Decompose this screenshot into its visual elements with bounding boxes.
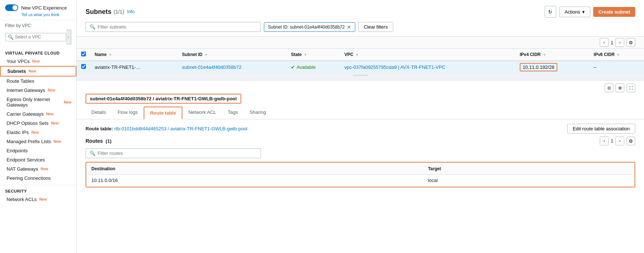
table-row[interactable]: aviatrix-TR-FNET1-… subnet-01e4a4f40d035… (77, 61, 644, 73)
filter-tag-text: Subnet ID: subnet-01e4a4f40d0358b72 (268, 25, 345, 30)
routes-page-number: 1 (611, 138, 613, 144)
tab-sharing[interactable]: Sharing (244, 107, 272, 119)
page-number: 1 (611, 40, 613, 45)
create-subnet-button[interactable]: Create subnet (593, 7, 635, 17)
routes-title-count: Routes (1) (86, 138, 111, 144)
sidebar-item-internet-gateways[interactable]: Internet Gateways New (0, 86, 76, 95)
row-ipv4-cidr: 10.11.0.192/28 (515, 61, 589, 73)
clear-filters-button[interactable]: Clear filters (358, 22, 393, 32)
sidebar-item-route-tables[interactable]: Route Tables (0, 77, 76, 86)
row-vpc: vpc-037fa09255795cda9 | AVX-TR-FNET1-VPC (340, 61, 515, 73)
col-vpc: VPC ▾ (340, 49, 515, 61)
sidebar-item-endpoint-services[interactable]: Endpoint Services (0, 155, 76, 164)
table-pagination-row: ‹ 1 › ⚙ (77, 37, 644, 49)
row-name: aviatrix-TR-FNET1-… (90, 61, 178, 73)
routes-pagination: ‹ 1 › ⚙ (600, 137, 635, 145)
nat-gateways-label: NAT Gateways (7, 166, 38, 172)
filter-tag-close-icon[interactable]: ✕ (347, 24, 351, 30)
routes-col-target: Target (424, 163, 634, 175)
row-checkbox-cell (77, 61, 90, 73)
tab-tags[interactable]: Tags (222, 107, 243, 119)
elastic-ips-badge: New (31, 130, 39, 134)
routes-subsection: Routes (1) ‹ 1 › ⚙ 🔍 (86, 137, 635, 187)
sidebar-item-nat-gateways[interactable]: NAT Gateways New (0, 164, 76, 174)
table-settings-button[interactable]: ⚙ (626, 38, 635, 47)
routes-next-page[interactable]: › (615, 137, 624, 145)
sidebar-item-managed-prefix[interactable]: Managed Prefix Lists New (0, 137, 76, 146)
next-page-button[interactable]: › (615, 38, 624, 47)
routes-filter-input[interactable] (98, 150, 257, 156)
detail-expand-button[interactable]: ⛶ (626, 83, 635, 92)
sidebar-item-elastic-ips[interactable]: Elastic IPs New (0, 128, 76, 137)
tab-route-table[interactable]: Route table (144, 107, 183, 119)
detail-subtitle-row: subnet-01e4a4f40d0358b72 / aviatrix-TR-F… (77, 94, 644, 107)
sidebar-collapse-button[interactable]: ‹ (66, 30, 71, 44)
row-checkbox[interactable] (81, 64, 86, 69)
tab-details[interactable]: Details (86, 107, 112, 119)
tab-bar: Details Flow logs Route table Network AC… (77, 107, 644, 119)
detail-minimize-button[interactable]: ⊟ (605, 83, 613, 92)
sidebar-item-your-vpcs[interactable]: Your VPCs New (0, 57, 76, 66)
select-all-header (77, 49, 90, 61)
page-title: Subnets (86, 8, 111, 16)
sidebar-item-egress-gateways[interactable]: Egress Only Internet Gateways New (0, 95, 76, 109)
info-link[interactable]: Info (127, 9, 135, 14)
subnets-badge: New (29, 69, 36, 73)
subnet-id-link[interactable]: subnet-01e4a4f40d0358b72 (182, 64, 242, 70)
search-icon: 🔍 (90, 24, 95, 30)
panel-header: Subnets (1/1) Info ↻ Actions ▾ Create su… (86, 6, 635, 18)
sidebar-item-network-acls[interactable]: Network ACLs New (0, 195, 76, 204)
sidebar-item-subnets[interactable]: Subnets New (0, 66, 76, 77)
panel-title-row: Subnets (1/1) Info (86, 8, 135, 16)
resize-handle[interactable] (353, 75, 368, 76)
resize-handle-area (77, 73, 644, 77)
sidebar-item-endpoints[interactable]: Endpoints (0, 146, 76, 155)
internet-gateways-label: Internet Gateways (7, 88, 45, 93)
sidebar-title: New VPC Experience (21, 5, 67, 11)
endpoints-label: Endpoints (7, 148, 28, 153)
routes-prev-page[interactable]: ‹ (600, 137, 609, 145)
route-target: local (424, 175, 634, 187)
routes-settings-button[interactable]: ⚙ (626, 137, 635, 145)
tab-network-acl[interactable]: Network ACL (182, 107, 222, 119)
col-subnet-id: Subnet ID ▾ (178, 49, 287, 61)
routes-header-row: Destination Target (87, 163, 634, 175)
main-content: Subnets (1/1) Info ↻ Actions ▾ Create su… (77, 0, 644, 253)
subnets-table-wrap: Name ▾ Subnet ID ▾ State ▾ VPC ▾ IPv4 CI… (77, 49, 644, 73)
your-vpcs-label: Your VPCs (7, 59, 30, 64)
vpc-link[interactable]: vpc-037fa09255795cda9 | AVX-TR-FNET1-VPC (344, 64, 445, 70)
col-state: State ▾ (287, 49, 340, 61)
vpc-experience-toggle[interactable] (5, 4, 18, 11)
refresh-icon: ↻ (548, 9, 552, 15)
detail-toolbar: ⊟ ⊞ ⛶ (77, 81, 644, 94)
routes-filter-box: 🔍 (86, 148, 261, 158)
refresh-button[interactable]: ↻ (545, 6, 556, 18)
row-state: ✔ Available (287, 61, 340, 73)
carrier-gateways-label: Carrier Gateways (7, 111, 43, 117)
route-table-link[interactable]: rtb-0101bdd844d465253 / aviatrix-TR-FNET… (114, 126, 247, 131)
prev-page-button[interactable]: ‹ (600, 38, 609, 47)
routes-table-wrap: Destination Target 10.11.0.0/16 local (86, 162, 635, 187)
vpc-filter-input[interactable] (15, 34, 64, 40)
vpc-experience-subtitle[interactable]: Tell us what you think (21, 12, 71, 17)
detail-restore-button[interactable]: ⊞ (615, 83, 624, 92)
routes-col-destination: Destination (87, 163, 424, 175)
vpc-section: VIRTUAL PRIVATE CLOUD Your VPCs New Subn… (0, 47, 76, 185)
your-vpcs-badge: New (32, 59, 40, 63)
routes-count: (1) (106, 138, 111, 144)
elastic-ips-label: Elastic IPs (7, 130, 29, 135)
sidebar-item-carrier-gateways[interactable]: Carrier Gateways New (0, 109, 76, 119)
select-all-checkbox[interactable] (81, 52, 86, 56)
routes-table: Destination Target 10.11.0.0/16 local (86, 163, 634, 187)
sidebar-item-peering-connections[interactable]: Peering Connections (0, 174, 76, 183)
edit-route-table-association-button[interactable]: Edit route table association (567, 124, 635, 134)
filter-bar: 🔍 Subnet ID: subnet-01e4a4f40d0358b72 ✕ … (86, 22, 635, 32)
tab-flow-logs[interactable]: Flow logs (112, 107, 144, 119)
sidebar-item-dhcp-options[interactable]: DHCP Options Sets New (0, 119, 76, 128)
dhcp-options-label: DHCP Options Sets (7, 120, 49, 126)
actions-button[interactable]: Actions ▾ (559, 7, 591, 17)
actions-chevron-icon: ▾ (582, 9, 585, 15)
filter-vpc-label: Filter by VPC: (5, 23, 71, 28)
subnets-search-input[interactable] (98, 24, 257, 30)
routes-title: Routes (86, 138, 103, 144)
